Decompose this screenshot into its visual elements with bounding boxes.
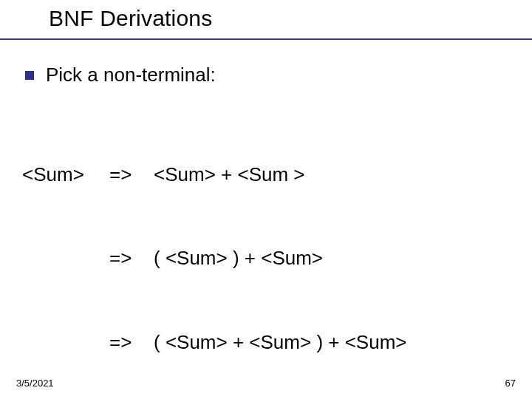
- derivation-row: => ( <Sum> ) + <Sum>: [22, 245, 510, 273]
- derivation-row: <Sum> => <Sum> + <Sum >: [22, 161, 510, 189]
- bullet-item: Pick a non-terminal:: [22, 64, 510, 86]
- derivation-lhs-empty: [22, 329, 109, 357]
- slide: BNF Derivations Pick a non-terminal: <Su…: [0, 0, 532, 399]
- derivation-arrow: =>: [109, 245, 154, 273]
- derivation-rhs: <Sum> + <Sum >: [154, 161, 305, 189]
- derivation-row: => ( <Sum> + <Sum> ) + <Sum>: [22, 329, 510, 357]
- derivation-arrow: =>: [109, 329, 154, 357]
- footer-page-number: 67: [505, 378, 516, 389]
- derivation-rhs: ( <Sum> + <Sum> ) + <Sum>: [154, 329, 407, 357]
- slide-body: Pick a non-terminal: <Sum> => <Sum> + <S…: [22, 64, 510, 399]
- derivation-block: <Sum> => <Sum> + <Sum > => ( <Sum> ) + <…: [22, 106, 510, 399]
- derivation-lhs: <Sum>: [22, 161, 109, 189]
- bullet-text: Pick a non-terminal:: [46, 64, 216, 86]
- derivation-rhs: ( <Sum> ) + <Sum>: [154, 245, 323, 273]
- derivation-lhs-empty: [22, 245, 109, 273]
- derivation-arrow: =>: [109, 161, 154, 189]
- bullet-square-icon: [25, 71, 34, 80]
- footer-date: 3/5/2021: [16, 378, 54, 389]
- slide-title: BNF Derivations: [49, 6, 212, 31]
